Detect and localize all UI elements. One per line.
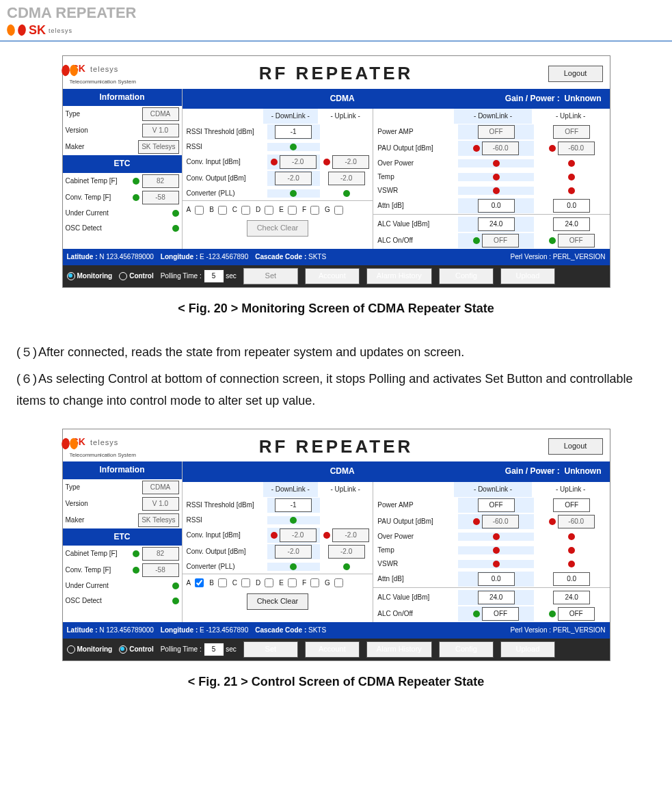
alc-value-dl[interactable]: 24.0 xyxy=(478,591,515,604)
alarm-history-button[interactable]: Alarm History xyxy=(366,268,432,284)
upload-button[interactable]: Upload xyxy=(500,641,555,658)
uplink-header: - UpLink - xyxy=(532,109,610,124)
cdma-header: CDMA Gain / Power : Unknown xyxy=(183,89,610,109)
band-c-checkbox[interactable] xyxy=(241,578,250,587)
alc-onoff-dl: OFF xyxy=(482,234,519,247)
header-rule xyxy=(0,40,672,42)
status-dot xyxy=(549,145,556,152)
monitoring-radio[interactable]: Monitoring xyxy=(67,643,113,656)
attn-dl[interactable]: 0.0 xyxy=(478,572,515,586)
band-select-row: A B C D E F G xyxy=(183,200,373,219)
power-amp-ul: OFF xyxy=(553,125,590,139)
conv-temp-value: -58 xyxy=(142,191,179,204)
band-f-checkbox[interactable] xyxy=(310,206,319,215)
status-dot xyxy=(343,190,350,197)
power-amp-dl[interactable]: OFF xyxy=(478,498,515,512)
para6-text: As selecting Control at bottom of connec… xyxy=(16,372,633,407)
band-f-checkbox[interactable] xyxy=(310,578,319,587)
power-amp-ul[interactable]: OFF xyxy=(553,498,590,512)
converter-pll-label: Converter (PLL) xyxy=(183,187,267,200)
cdma-header: CDMA Gain / Power : Unknown xyxy=(183,461,610,482)
band-a-checkbox[interactable] xyxy=(195,206,204,215)
polling-time-input[interactable]: 5 xyxy=(204,269,224,283)
page-title: CDMA REPEATER xyxy=(0,0,672,22)
information-header: Information xyxy=(63,461,182,479)
band-e-checkbox[interactable] xyxy=(288,206,297,215)
etc-header: ETC xyxy=(63,155,182,173)
cabinet-temp-value: 82 xyxy=(142,174,179,188)
conv-output-dl: -2.0 xyxy=(275,172,312,185)
band-g-checkbox[interactable] xyxy=(334,578,343,587)
version-value: V 1.0 xyxy=(142,497,179,511)
control-radio[interactable]: Control xyxy=(119,270,154,282)
shot-logo: SK telesys Telecommunication System xyxy=(70,60,136,88)
status-dot xyxy=(493,174,500,180)
set-button[interactable]: Set xyxy=(243,268,298,284)
shot-logo: SK telesys Telecommunication System xyxy=(70,433,136,461)
fig21-caption: < Fig. 21 > Control Screen of CDMA Repea… xyxy=(16,671,656,693)
status-dot xyxy=(323,159,330,165)
alc-onoff-ul[interactable]: OFF xyxy=(558,607,595,621)
etc-header: ETC xyxy=(63,528,182,546)
band-b-checkbox[interactable] xyxy=(218,578,227,587)
version-value: V 1.0 xyxy=(142,124,179,137)
pau-output-label: PAU Output [dBm] xyxy=(373,142,458,155)
attn-ul[interactable]: 0.0 xyxy=(553,199,590,213)
band-a-checkbox[interactable] xyxy=(195,578,204,587)
alc-onoff-dl[interactable]: OFF xyxy=(482,607,519,621)
check-clear-button[interactable]: Check Clear xyxy=(247,593,309,610)
conv-input-dl: -2.0 xyxy=(280,155,317,169)
attn-dl[interactable]: 0.0 xyxy=(478,199,515,213)
polling-time-input[interactable]: 5 xyxy=(204,643,224,656)
fig20-caption: < Fig. 20 > Monitoring Screen of CDMA Re… xyxy=(16,297,656,319)
config-button[interactable]: Config xyxy=(439,268,494,284)
alarm-history-button[interactable]: Alarm History xyxy=(366,641,432,658)
alc-value-label: ALC Value [dBm] xyxy=(373,218,458,230)
band-g-checkbox[interactable] xyxy=(334,206,343,215)
maker-value: SK Telesys xyxy=(138,513,178,527)
para6-number: (６) xyxy=(16,368,38,390)
band-d-checkbox[interactable] xyxy=(265,206,273,215)
conv-output-ul: -2.0 xyxy=(328,172,365,185)
band-select-row: A B C D E F G xyxy=(183,574,373,592)
check-clear-button[interactable]: Check Clear xyxy=(247,220,309,237)
alc-value-ul[interactable]: 24.0 xyxy=(553,217,590,231)
band-e-checkbox[interactable] xyxy=(288,578,297,587)
attn-label: Attn [dB] xyxy=(373,200,458,212)
config-button[interactable]: Config xyxy=(439,641,494,658)
information-header: Information xyxy=(63,89,182,107)
brand-logo: SK telesys xyxy=(0,22,672,40)
version-label: Version xyxy=(66,124,142,137)
pau-output-ul: -60.0 xyxy=(558,142,595,155)
set-button[interactable]: Set xyxy=(243,641,298,658)
shot-title: RF REPEATER xyxy=(63,57,610,90)
downlink-header: - DownLink - xyxy=(454,109,532,124)
status-dot xyxy=(290,190,297,197)
status-dot xyxy=(473,237,480,244)
conv-input-label: Conv. Input [dBm] xyxy=(183,156,267,168)
logout-button[interactable]: Logout xyxy=(548,66,603,82)
account-button[interactable]: Account xyxy=(305,641,360,658)
fig21-screenshot: SK telesys Telecommunication System RF R… xyxy=(62,429,610,661)
alc-onoff-label: ALC On/Off xyxy=(373,234,458,247)
logout-button[interactable]: Logout xyxy=(548,438,603,455)
status-bar: Latitude : N 123.456789000 Longitude : E… xyxy=(63,622,610,639)
monitoring-radio[interactable]: Monitoring xyxy=(67,270,113,282)
status-dot xyxy=(568,160,575,167)
band-d-checkbox[interactable] xyxy=(265,578,273,587)
status-dot xyxy=(568,187,575,194)
cabinet-temp-label: Cabinet Temp [F] xyxy=(66,175,133,187)
downlink-header: - DownLink - xyxy=(263,109,318,124)
alc-value-ul[interactable]: 24.0 xyxy=(553,591,590,604)
rssi-threshold-dl[interactable]: -1 xyxy=(275,498,312,512)
power-amp-label: Power AMP xyxy=(373,126,458,138)
account-button[interactable]: Account xyxy=(305,268,360,284)
attn-ul[interactable]: 0.0 xyxy=(553,572,590,586)
rssi-threshold-dl[interactable]: -1 xyxy=(275,125,312,139)
alc-value-dl[interactable]: 24.0 xyxy=(478,217,515,231)
control-radio[interactable]: Control xyxy=(119,643,154,656)
maker-value: SK Telesys xyxy=(138,140,178,154)
band-c-checkbox[interactable] xyxy=(241,206,250,215)
upload-button[interactable]: Upload xyxy=(500,268,555,284)
band-b-checkbox[interactable] xyxy=(218,206,227,215)
